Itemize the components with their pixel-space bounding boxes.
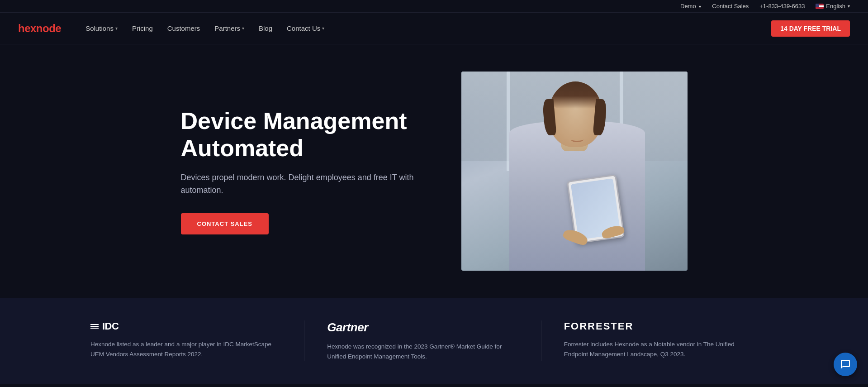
contact-sales-link[interactable]: Contact Sales bbox=[712, 3, 749, 10]
topbar: Demo ▾ Contact Sales +1-833-439-6633 Eng… bbox=[0, 0, 868, 13]
main-nav: hexnode Solutions ▾ Pricing Customers Pa… bbox=[0, 13, 868, 44]
hero-image bbox=[461, 72, 688, 271]
chat-icon bbox=[840, 359, 851, 370]
analyst-forrester: FORRESTER Forrester includes Hexnode as … bbox=[541, 320, 778, 361]
nav-links: Solutions ▾ Pricing Customers Partners ▾… bbox=[79, 21, 771, 36]
nav-contact-us[interactable]: Contact Us ▾ bbox=[280, 21, 331, 36]
forrester-logo: FORRESTER bbox=[564, 320, 755, 332]
hero-subtitle: Devices propel modern work. Delight empl… bbox=[181, 171, 434, 197]
gartner-description: Hexnode was recognized in the 2023 Gartn… bbox=[327, 342, 518, 361]
chevron-down-icon: ▾ bbox=[115, 26, 118, 31]
flag-icon bbox=[816, 4, 824, 9]
analyst-idc: IDC Hexnode listed as a leader and a maj… bbox=[90, 320, 304, 361]
nav-partners[interactable]: Partners ▾ bbox=[208, 21, 251, 36]
nav-pricing[interactable]: Pricing bbox=[126, 21, 159, 36]
gartner-logo: Gartner bbox=[327, 320, 518, 334]
analysts-section: IDC Hexnode listed as a leader and a maj… bbox=[0, 298, 868, 384]
chevron-down-icon: ▾ bbox=[848, 4, 850, 9]
idc-logo: IDC bbox=[90, 320, 281, 332]
nav-solutions[interactable]: Solutions ▾ bbox=[79, 21, 124, 36]
trial-button[interactable]: 14 DAY FREE TRIAL bbox=[771, 20, 850, 37]
idc-lines-icon bbox=[90, 324, 99, 329]
chat-button[interactable] bbox=[834, 353, 857, 376]
nav-blog[interactable]: Blog bbox=[252, 21, 279, 36]
hero-title: Device Management Automated bbox=[181, 108, 434, 162]
demo-link[interactable]: Demo ▾ bbox=[680, 3, 701, 10]
analyst-gartner: Gartner Hexnode was recognized in the 20… bbox=[304, 320, 541, 361]
contact-sales-button[interactable]: CONTACT SALES bbox=[181, 213, 269, 234]
hero-content: Device Management Automated Devices prop… bbox=[181, 108, 434, 234]
forrester-description: Forrester includes Hexnode as a Notable … bbox=[564, 339, 755, 359]
idc-description: Hexnode listed as a leader and a major p… bbox=[90, 339, 281, 359]
language-selector[interactable]: English ▾ bbox=[816, 3, 850, 10]
chevron-down-icon: ▾ bbox=[242, 26, 244, 31]
phone-link[interactable]: +1-833-439-6633 bbox=[759, 3, 805, 10]
hero-image-container bbox=[461, 72, 688, 271]
nav-customers[interactable]: Customers bbox=[161, 21, 207, 36]
chevron-down-icon: ▾ bbox=[322, 26, 324, 31]
hero-section: Device Management Automated Devices prop… bbox=[0, 44, 868, 298]
hexnode-logo[interactable]: hexnode bbox=[18, 22, 61, 35]
